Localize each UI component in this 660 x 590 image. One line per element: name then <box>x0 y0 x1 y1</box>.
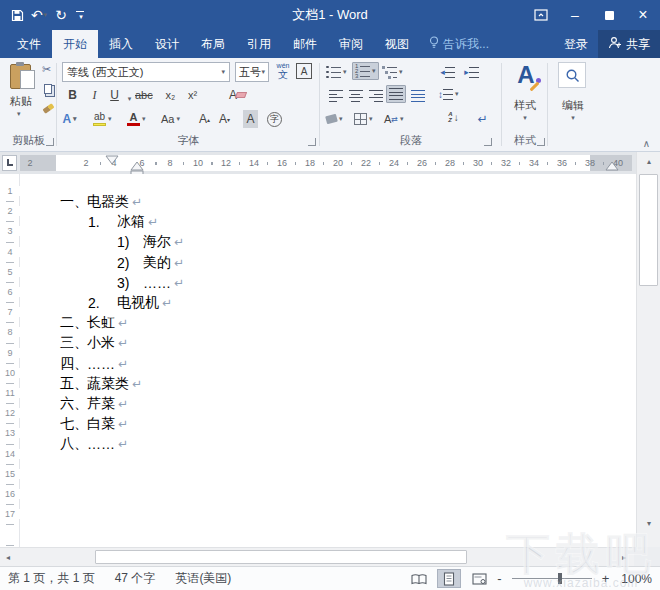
doc-line[interactable]: 一、电器类↵ <box>20 192 636 212</box>
line-spacing-button[interactable]: ↕▾ <box>438 85 459 103</box>
shrink-font-button[interactable]: A▾ <box>217 110 232 128</box>
doc-line[interactable]: 2)美的↵ <box>20 253 636 273</box>
font-name-select[interactable]: 等线 (西文正文)▾ <box>62 62 230 82</box>
distribute-button[interactable] <box>410 87 425 105</box>
character-border-button[interactable]: A <box>296 63 312 79</box>
horizontal-ruler[interactable]: 2 246810121416182022242628303234363840 <box>20 155 632 171</box>
tab-view[interactable]: 视图 <box>374 30 420 58</box>
change-case-button[interactable]: Aa▾ <box>161 110 180 128</box>
minimize-button[interactable]: – <box>558 0 592 30</box>
text-effects-button[interactable]: A▾ <box>62 110 77 128</box>
zoom-out-button[interactable]: - <box>497 571 501 586</box>
superscript-button[interactable]: x² <box>185 86 200 104</box>
vertical-scrollbar[interactable]: ▴ ▾ <box>636 152 660 550</box>
styles-dropdown[interactable]: ▾ <box>502 114 548 122</box>
styles-dialog-launcher-icon[interactable] <box>537 138 545 146</box>
tab-references[interactable]: 引用 <box>236 30 282 58</box>
paste-button[interactable]: 粘贴 <box>0 94 42 109</box>
underline-button[interactable]: U <box>107 86 122 104</box>
doc-line[interactable]: 三、小米↵ <box>20 333 636 353</box>
doc-line[interactable]: 六、芹菜↵ <box>20 394 636 414</box>
bullets-button[interactable]: ▾ <box>326 63 347 81</box>
enclose-characters-button[interactable]: 字 <box>267 110 282 128</box>
phonetic-guide-icon[interactable]: wén文 <box>274 61 292 79</box>
scroll-right-icon[interactable]: ▸ <box>616 548 632 566</box>
doc-line[interactable]: 2.电视机↵ <box>20 293 636 313</box>
document-page[interactable]: 一、电器类↵1.冰箱↵1)海尔↵2)美的↵3)……↵2.电视机↵二、长虹↵三、小… <box>20 174 636 547</box>
tab-design[interactable]: 设计 <box>144 30 190 58</box>
asian-layout-button[interactable]: A⇄▾ <box>384 110 404 128</box>
redo-button[interactable]: ↻ <box>52 5 70 25</box>
text-highlight-button[interactable]: ab▾ <box>93 110 112 128</box>
tab-home[interactable]: 开始 <box>52 30 98 58</box>
doc-line[interactable]: 七、白菜↵ <box>20 414 636 434</box>
tab-layout[interactable]: 布局 <box>190 30 236 58</box>
doc-line[interactable]: 二、长虹↵ <box>20 313 636 333</box>
strikethrough-button[interactable]: abc <box>135 86 153 104</box>
italic-button[interactable]: I <box>87 86 102 104</box>
copy-icon[interactable] <box>44 84 52 94</box>
scroll-left-icon[interactable]: ◂ <box>0 548 16 566</box>
grow-font-button[interactable]: A▴ <box>197 110 212 128</box>
character-shading-button[interactable]: A <box>243 110 258 128</box>
multilevel-list-button[interactable]: ▾ <box>382 63 403 81</box>
editing-button[interactable]: 编辑 <box>548 98 598 113</box>
numbering-button[interactable]: ▾ <box>352 62 379 80</box>
doc-line[interactable]: 3)……↵ <box>20 273 636 293</box>
increase-indent-button[interactable]: ▸ <box>464 63 479 81</box>
align-left-button[interactable] <box>328 87 343 105</box>
editing-dropdown[interactable]: ▾ <box>548 114 598 122</box>
vertical-ruler[interactable]: 1234567891011121314151617 <box>0 174 20 547</box>
borders-button[interactable]: ▾ <box>354 110 373 128</box>
scroll-down-icon[interactable]: ▾ <box>637 514 660 532</box>
close-button[interactable]: × <box>626 0 660 30</box>
collapse-ribbon-icon[interactable]: ∧ <box>643 138 650 149</box>
tab-mailings[interactable]: 邮件 <box>282 30 328 58</box>
clear-formatting-button[interactable]: A <box>229 86 246 104</box>
doc-line[interactable]: 1)海尔↵ <box>20 232 636 252</box>
tab-review[interactable]: 审阅 <box>328 30 374 58</box>
clipboard-dialog-launcher-icon[interactable] <box>46 138 54 146</box>
align-center-button[interactable] <box>348 87 363 105</box>
paste-dropdown[interactable]: ▾ <box>17 110 21 118</box>
print-layout-button[interactable] <box>437 569 461 588</box>
horizontal-scrollbar-thumb[interactable] <box>95 550 467 564</box>
zoom-slider[interactable] <box>512 578 592 579</box>
tell-me-box[interactable]: 告诉我... <box>420 30 498 58</box>
zoom-slider-thumb[interactable] <box>558 573 562 584</box>
vertical-scrollbar-thumb[interactable] <box>639 174 658 286</box>
language-status[interactable]: 英语(美国) <box>175 570 231 587</box>
word-count[interactable]: 47 个字 <box>115 570 156 587</box>
tab-insert[interactable]: 插入 <box>98 30 144 58</box>
save-icon[interactable] <box>8 5 26 25</box>
scroll-up-icon[interactable]: ▴ <box>637 152 660 170</box>
font-color-button[interactable]: A▾ <box>127 110 146 128</box>
doc-line[interactable]: 四、……↵ <box>20 354 636 374</box>
styles-icon[interactable]: A <box>514 60 538 90</box>
align-right-button[interactable] <box>368 87 383 105</box>
paste-icon[interactable] <box>10 64 31 89</box>
sign-in-button[interactable]: 登录 <box>554 30 598 58</box>
styles-button[interactable]: 样式 <box>502 98 548 113</box>
share-button[interactable]: 共享 <box>598 30 660 58</box>
font-size-select[interactable]: 五号▾ <box>235 62 269 82</box>
doc-line[interactable]: 五、蔬菜类↵ <box>20 374 636 394</box>
sort-button[interactable]: AZ↓ <box>446 108 461 126</box>
zoom-in-button[interactable]: + <box>602 571 610 586</box>
bold-button[interactable]: B <box>65 86 80 104</box>
tab-stop-selector[interactable] <box>2 155 17 171</box>
customize-qat-button[interactable]: ▾ <box>76 11 84 19</box>
subscript-button[interactable]: x₂ <box>163 86 178 104</box>
page-count[interactable]: 第 1 页，共 1 页 <box>8 570 95 587</box>
paragraph-dialog-launcher-icon[interactable] <box>484 138 492 146</box>
decrease-indent-button[interactable]: ◂ <box>440 63 455 81</box>
zoom-level[interactable]: 100% <box>621 572 652 586</box>
read-mode-button[interactable] <box>407 569 431 588</box>
web-layout-button[interactable] <box>467 569 491 588</box>
format-painter-icon[interactable] <box>43 103 55 113</box>
shading-button[interactable]: ▾ <box>326 110 343 128</box>
find-button[interactable] <box>558 62 586 88</box>
tab-file[interactable]: 文件 <box>6 30 52 58</box>
doc-line[interactable]: 1.冰箱↵ <box>20 212 636 232</box>
cut-icon[interactable]: ✂ <box>42 63 51 76</box>
